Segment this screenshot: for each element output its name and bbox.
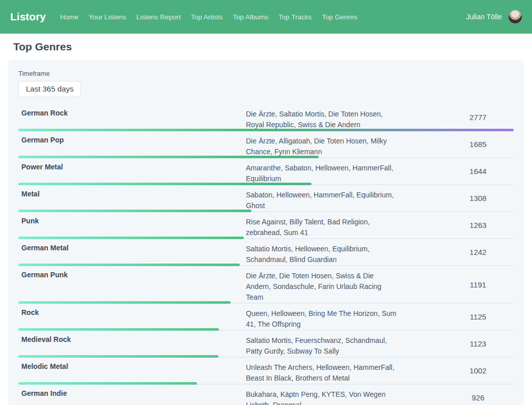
user-menu[interactable]: Julian Tölle [466,10,522,23]
user-name: Julian Tölle [466,13,502,21]
user-avatar[interactable] [509,10,522,23]
genre-table: German Rock Die Ärzte, Saltatio Mortis, … [18,104,514,405]
genre-name: German Indie [18,385,246,405]
genre-count: 1308 [442,185,514,211]
genre-artists: Unleash The Archers, Helloween, HammerFa… [246,362,399,384]
genre-progress-bar [18,382,197,385]
genre-progress-bar [18,156,319,158]
genre-row: Medieval Rock Saltatio Mortis, Feuerschw… [18,331,514,358]
genre-count: 2777 [442,104,514,130]
genre-row: Metal Sabaton, Helloween, HammerFall, Eq… [18,185,514,212]
genre-artists: Amaranthe, Sabaton, Helloween, HammerFal… [246,163,399,184]
genre-name: Medieval Rock [18,331,246,357]
genre-name: Rock [18,304,246,330]
nav-link-top-tracks[interactable]: Top Tracks [278,13,312,21]
genre-count: 1125 [442,304,514,330]
genre-progress-bar [18,301,231,304]
genre-row: German Metal Saltatio Mortis, Helloween,… [18,239,514,266]
genre-artists: Bukahara, Käptn Peng, KYTES, Von Wegen L… [246,389,399,405]
genre-row: German Indie Bukahara, Käptn Peng, KYTES… [18,385,514,405]
genre-artists: Die Ärzte, Die Toten Hosen, Swiss & Die … [246,271,399,303]
genre-artists-cell: Die Ärzte, Saltatio Mortis, Die Toten Ho… [246,104,442,130]
nav-link-top-artists[interactable]: Top Artists [191,13,222,21]
genre-row: Melodic Metal Unleash The Archers, Hello… [18,358,514,385]
genre-row: Punk Rise Against, Billy Talent, Bad Rel… [18,212,514,239]
app-logo[interactable]: Listory [10,11,46,23]
genre-progress-bar [18,328,219,331]
genre-artists-cell: Sabaton, Helloween, HammerFall, Equilibr… [246,185,442,211]
genre-progress-bar [18,183,312,185]
genre-name: Metal [18,185,246,211]
timeframe-select[interactable]: Last 365 days [18,81,81,97]
genre-artists-cell: Saltatio Mortis, Helloween, Equilibrium,… [246,239,442,265]
genre-count: 1685 [442,131,514,157]
genre-artists: Die Ärzte, Saltatio Mortis, Die Toten Ho… [246,109,399,130]
genre-artists: Queen, Helloween, Bring Me The Horizon, … [246,308,399,330]
genre-name: German Metal [18,239,246,265]
main-nav: HomeYour ListensListens ReportTop Artist… [60,13,357,21]
nav-link-top-albums[interactable]: Top Albums [233,13,268,21]
genre-row: German Rock Die Ärzte, Saltatio Mortis, … [18,104,514,131]
genre-artists: Die Ärzte, Alligatoah, Die Toten Hosen, … [246,136,399,157]
genre-artists-cell: Die Ärzte, Die Toten Hosen, Swiss & Die … [246,266,442,303]
top-genres-card: Timeframe Last 365 days German Rock Die … [8,60,524,405]
genre-progress-bar [18,264,240,266]
genre-count: 926 [442,385,514,405]
genre-count: 1123 [442,331,514,357]
genre-count: 1191 [442,266,514,303]
genre-artists: Saltatio Mortis, Feuerschwanz, Schandmau… [246,335,399,357]
genre-count: 1242 [442,239,514,265]
genre-count: 1263 [442,212,514,238]
page-content: Top Genres Timeframe Last 365 days Germa… [0,41,532,405]
timeframe-field: Timeframe Last 365 days [18,70,514,97]
genre-name: German Pop [18,131,246,157]
genre-artists-cell: Rise Against, Billy Talent, Bad Religion… [246,212,442,238]
timeframe-label: Timeframe [18,70,514,77]
genre-artists: Saltatio Mortis, Helloween, Equilibrium,… [246,244,399,265]
genre-progress-bar [18,355,218,358]
genre-progress-bar [18,237,244,239]
genre-artists: Sabaton, Helloween, HammerFall, Equilibr… [246,190,399,211]
genre-name: German Rock [18,104,246,130]
genre-artists-cell: Die Ärzte, Alligatoah, Die Toten Hosen, … [246,131,442,157]
top-navbar: Listory HomeYour ListensListens ReportTo… [0,0,532,34]
genre-row: German Punk Die Ärzte, Die Toten Hosen, … [18,266,514,304]
genre-name: Melodic Metal [18,358,246,384]
page-title: Top Genres [13,41,524,53]
genre-artists: Rise Against, Billy Talent, Bad Religion… [246,217,399,238]
genre-count: 1644 [442,158,514,184]
genre-name: German Punk [18,266,246,303]
genre-row: Power Metal Amaranthe, Sabaton, Hellowee… [18,158,514,185]
genre-artists-cell: Unleash The Archers, Helloween, HammerFa… [246,358,442,384]
genre-artists-cell: Amaranthe, Sabaton, Helloween, HammerFal… [246,158,442,184]
genre-progress-bar [18,210,251,212]
genre-row: German Pop Die Ärzte, Alligatoah, Die To… [18,131,514,158]
genre-artists-cell: Bukahara, Käptn Peng, KYTES, Von Wegen L… [246,385,442,405]
genre-name: Punk [18,212,246,238]
genre-artists-cell: Queen, Helloween, Bring Me The Horizon, … [246,304,442,330]
genre-count: 1002 [442,358,514,384]
nav-link-top-genres[interactable]: Top Genres [322,13,357,21]
genre-progress-bar [18,129,514,131]
genre-name: Power Metal [18,158,246,184]
nav-link-listens-report[interactable]: Listens Report [136,13,181,21]
genre-artists-cell: Saltatio Mortis, Feuerschwanz, Schandmau… [246,331,442,357]
nav-link-home[interactable]: Home [60,13,78,21]
genre-row: Rock Queen, Helloween, Bring Me The Hori… [18,304,514,331]
nav-link-your-listens[interactable]: Your Listens [89,13,126,21]
